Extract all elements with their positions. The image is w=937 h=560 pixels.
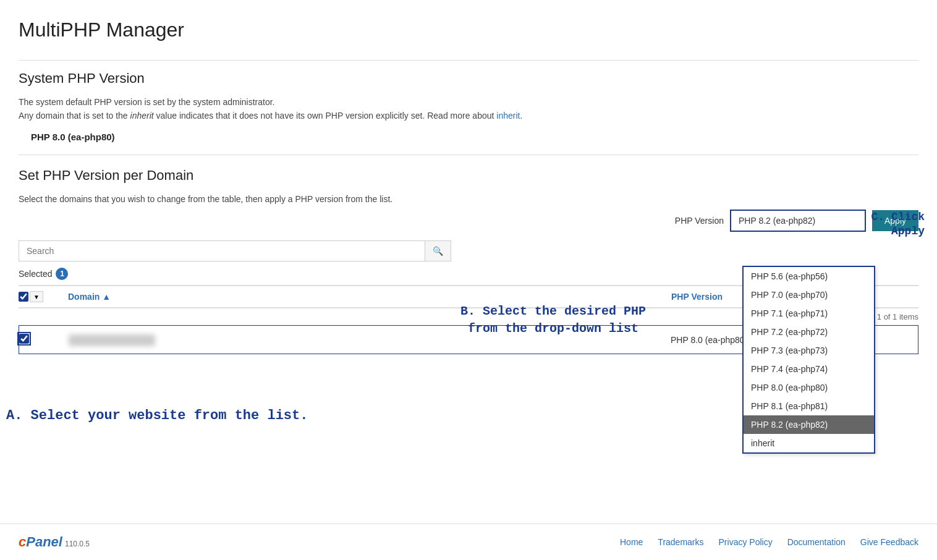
footer: cPanel 110.0.5 Home Trademarks Privacy P… [0, 524, 937, 560]
php-version-select[interactable]: PHP 5.6 (ea-php56) PHP 7.0 (ea-php70) PH… [730, 210, 866, 232]
selected-label: Selected [19, 269, 52, 279]
dropdown-item-php82[interactable]: PHP 8.2 (ea-php82) [744, 415, 874, 434]
cpanel-panel-text: Panel [26, 534, 62, 549]
cpanel-c-letter: c [19, 534, 26, 549]
callout-a: A. Select your website from the list. [6, 408, 308, 423]
dropdown-item-php70[interactable]: PHP 7.0 (ea-php70) [744, 286, 874, 304]
search-icon: 🔍 [433, 246, 443, 256]
row-php-version-text: PHP 8.0 (ea-php80) [671, 335, 747, 345]
header-check-dropdown-btn[interactable]: ▼ [30, 291, 43, 302]
set-php-section-title: Set PHP Version per Domain [19, 168, 918, 184]
footer-version: 110.0.5 [65, 540, 90, 548]
footer-links: Home Trademarks Privacy Policy Documenta… [620, 537, 918, 547]
footer-link-trademarks[interactable]: Trademarks [658, 537, 703, 547]
search-bar: 🔍 [19, 240, 451, 261]
search-button[interactable]: 🔍 [425, 240, 451, 261]
dropdown-item-php56[interactable]: PHP 5.6 (ea-php56) [744, 267, 874, 286]
php-version-controls: PHP Version PHP 5.6 (ea-php56) PHP 7.0 (… [19, 210, 918, 232]
set-php-description: Select the domains that you wish to chan… [19, 192, 918, 206]
page-title: MultiPHP Manager [19, 19, 918, 41]
apply-button[interactable]: Apply [872, 210, 918, 231]
php-version-select-wrapper: PHP 5.6 (ea-php56) PHP 7.0 (ea-php70) PH… [730, 210, 866, 232]
col-header-check: ▼ [19, 291, 68, 302]
dropdown-item-php72[interactable]: PHP 7.2 (ea-php72) [744, 323, 874, 341]
system-php-desc: The system default PHP version is set by… [19, 95, 918, 123]
php-dropdown-popup: PHP 5.6 (ea-php56) PHP 7.0 (ea-php70) PH… [742, 266, 875, 454]
header-check-group[interactable]: ▼ [19, 291, 43, 302]
dropdown-item-php74[interactable]: PHP 7.4 (ea-php74) [744, 360, 874, 378]
footer-link-privacy[interactable]: Privacy Policy [719, 537, 773, 547]
select-all-checkbox[interactable] [19, 292, 28, 302]
cpanel-logo: cPanel [19, 534, 62, 550]
footer-link-home[interactable]: Home [620, 537, 643, 547]
footer-link-feedback[interactable]: Give Feedback [860, 537, 918, 547]
inherit-link[interactable]: inherit [496, 111, 520, 121]
footer-link-docs[interactable]: Documentation [787, 537, 846, 547]
col-header-domain[interactable]: Domain ▲ [68, 292, 671, 302]
system-php-section-title: System PHP Version [19, 70, 918, 87]
system-php-value: PHP 8.0 (ea-php80) [31, 132, 918, 142]
selected-badge: 1 [56, 268, 68, 280]
row-check-col [19, 334, 69, 346]
dropdown-item-php80[interactable]: PHP 8.0 (ea-php80) [744, 378, 874, 397]
section-divider-1 [19, 60, 918, 61]
php-version-label: PHP Version [675, 216, 724, 226]
dropdown-item-inherit[interactable]: inherit [744, 434, 874, 452]
dropdown-item-php73[interactable]: PHP 7.3 (ea-php73) [744, 341, 874, 360]
footer-logo: cPanel 110.0.5 [19, 534, 90, 550]
dropdown-item-php71[interactable]: PHP 7.1 (ea-php71) [744, 304, 874, 323]
search-input[interactable] [19, 240, 425, 261]
section-divider-2 [19, 155, 918, 155]
row-domain: domain.example.com [69, 335, 671, 345]
dropdown-item-php81[interactable]: PHP 8.1 (ea-php81) [744, 397, 874, 415]
row-checkbox[interactable] [19, 334, 29, 344]
